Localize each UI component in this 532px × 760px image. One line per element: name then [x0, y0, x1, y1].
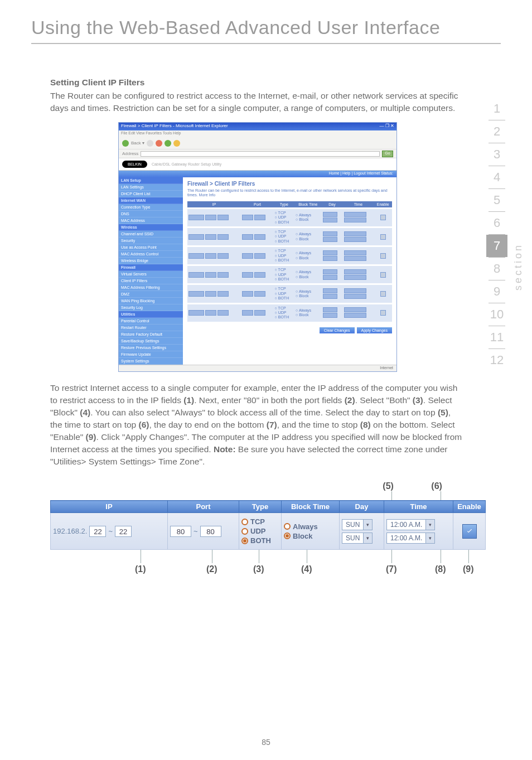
sidebar-item[interactable]: WAN Ping Blocking: [119, 298, 183, 304]
belkin-subtitle: Cable/DSL Gateway Router Setup Utility: [152, 162, 221, 166]
small-th: Enable: [374, 201, 392, 209]
section-nav-item-3[interactable]: 3: [486, 143, 507, 166]
chevron-down-icon: ▾: [363, 533, 372, 543]
sidebar-item[interactable]: Connection Type: [119, 204, 183, 211]
section-nav-item-11[interactable]: 11: [486, 326, 507, 348]
block-always-radio[interactable]: [284, 523, 291, 530]
th-enable: Enable: [453, 501, 486, 513]
section-label: section: [512, 243, 524, 291]
ip-filter-table-small: IPPortTypeBlock TimeDayTimeEnable ○ TCP○…: [187, 201, 392, 322]
filter-row-closeup: (5) (6) IP Port Type Block Time Day Time: [50, 481, 465, 578]
callout-8: (8): [435, 564, 446, 574]
sidebar-item[interactable]: Channel and SSID: [119, 231, 183, 238]
sidebar-item[interactable]: Restart Router: [119, 325, 183, 331]
forward-icon[interactable]: [147, 140, 153, 147]
type-tcp-radio[interactable]: [241, 519, 248, 525]
sidebar-item[interactable]: Client IP Filters: [119, 278, 183, 284]
ip-to-input[interactable]: 22: [115, 526, 132, 537]
sidebar-item[interactable]: Wireless Bridge: [119, 258, 183, 264]
address-input[interactable]: [141, 151, 380, 157]
home-icon[interactable]: [173, 140, 180, 147]
sidebar-item[interactable]: DHCP Client List: [119, 191, 183, 197]
type-udp-label: UDP: [250, 527, 265, 535]
section-nav-item-2[interactable]: 2: [486, 120, 507, 143]
section-nav-item-10[interactable]: 10: [486, 303, 507, 326]
small-th: Type: [274, 201, 295, 209]
day-top-select[interactable]: SUN▾: [342, 519, 373, 530]
sidebar-item[interactable]: Use as Access Point: [119, 244, 183, 251]
day-bottom-select[interactable]: SUN▾: [342, 533, 373, 544]
ip-from-input[interactable]: 22: [89, 526, 106, 537]
sidebar-item: Wireless: [119, 224, 183, 231]
sidebar-item[interactable]: LAN Settings: [119, 184, 183, 191]
sidebar-item[interactable]: Security Log: [119, 304, 183, 311]
block-block-radio[interactable]: [284, 533, 291, 539]
sidebar-item[interactable]: Restore Factory Default: [119, 331, 183, 338]
th-block: Block Time: [282, 501, 340, 513]
callout-9: (9): [463, 564, 474, 574]
section-nav-item-12[interactable]: 12: [486, 349, 507, 371]
section-nav: 123456789101112: [486, 98, 507, 371]
instruction-paragraph: To restrict Internet access to a single …: [50, 382, 465, 468]
port-from-input[interactable]: 80: [170, 526, 191, 537]
section-nav-item-1[interactable]: 1: [486, 98, 507, 120]
callout-2: (2): [206, 564, 217, 574]
table-row: ○ TCP○ UDP○ BOTH○ Always○ Block: [187, 246, 392, 265]
check-icon: [466, 527, 473, 535]
ip-prefix: 192.168.2.: [53, 527, 87, 535]
browser-titlebar: Firewall > Client IP Filters - Microsoft…: [119, 123, 396, 130]
small-th: Block Time: [294, 201, 321, 209]
chevron-down-icon: ▾: [425, 520, 434, 530]
cell-day: SUN▾ SUN▾: [340, 513, 384, 550]
back-icon[interactable]: [122, 140, 129, 147]
router-screenshot: Firewall > Client IP Filters - Microsoft…: [118, 122, 397, 372]
callout-row-top: (5) (6): [50, 481, 465, 491]
time-top-select[interactable]: 12:00 A.M.▾: [386, 519, 435, 530]
section-nav-item-5[interactable]: 5: [486, 189, 507, 211]
callout-4: (4): [301, 564, 312, 574]
sidebar-item: Internet WAN: [119, 197, 183, 204]
sidebar-item[interactable]: Restore Previous Settings: [119, 345, 183, 351]
sidebar-item[interactable]: MAC Address Filtering: [119, 284, 183, 291]
intro-paragraph: The Router can be configured to restrict…: [50, 90, 465, 114]
sidebar-item[interactable]: Parental Control: [119, 318, 183, 325]
table-row: ○ TCP○ UDP○ BOTH○ Always○ Block: [187, 265, 392, 284]
clear-changes-button[interactable]: Clear Changes: [320, 327, 355, 333]
section-nav-item-4[interactable]: 4: [486, 166, 507, 188]
type-both-label: BOTH: [250, 536, 271, 545]
small-th: Day: [322, 201, 343, 209]
sidebar-item[interactable]: Security: [119, 238, 183, 244]
go-button[interactable]: Go: [382, 151, 393, 157]
section-nav-item-8[interactable]: 8: [486, 258, 507, 280]
ip-tilde: ~: [108, 527, 113, 535]
cell-block: Always Block: [282, 513, 340, 550]
sidebar-item[interactable]: Save/Backup Settings: [119, 338, 183, 345]
section-nav-item-9[interactable]: 9: [486, 280, 507, 303]
sidebar-item: Firewall: [119, 264, 183, 271]
section-nav-item-6[interactable]: 6: [486, 212, 507, 234]
callout-top-lines: [50, 491, 465, 500]
port-to-input[interactable]: 80: [200, 526, 221, 537]
sidebar-item[interactable]: Virtual Servers: [119, 271, 183, 278]
type-both-radio[interactable]: [241, 538, 248, 544]
sidebar-item[interactable]: MAC Address: [119, 217, 183, 224]
sidebar-item[interactable]: Firmware Update: [119, 351, 183, 358]
nav-strip: Home | Help | Logout Internet Status:: [119, 171, 396, 177]
enable-button[interactable]: [462, 524, 477, 539]
sidebar-item[interactable]: System Settings: [119, 358, 183, 365]
page-title: Using the Web-Based Advanced User Interf…: [0, 0, 532, 42]
page-number: 85: [0, 738, 532, 747]
section-nav-item-7[interactable]: 7: [486, 235, 507, 257]
chevron-down-icon: ▾: [425, 533, 434, 543]
sidebar-item[interactable]: DMZ: [119, 291, 183, 298]
type-udp-radio[interactable]: [241, 528, 248, 535]
sidebar-item[interactable]: MAC Address Control: [119, 251, 183, 258]
sidebar-item: LAN Setup: [119, 177, 183, 184]
toolbar-text: Back ▾: [131, 141, 144, 146]
time-bottom-select[interactable]: 12:00 A.M.▾: [386, 533, 435, 544]
router-main-desc: The Router can be configured to restrict…: [187, 188, 392, 198]
refresh-icon[interactable]: [165, 140, 171, 147]
apply-changes-button[interactable]: Apply Changes: [357, 327, 392, 333]
stop-icon[interactable]: [156, 140, 162, 147]
sidebar-item[interactable]: DNS: [119, 211, 183, 217]
